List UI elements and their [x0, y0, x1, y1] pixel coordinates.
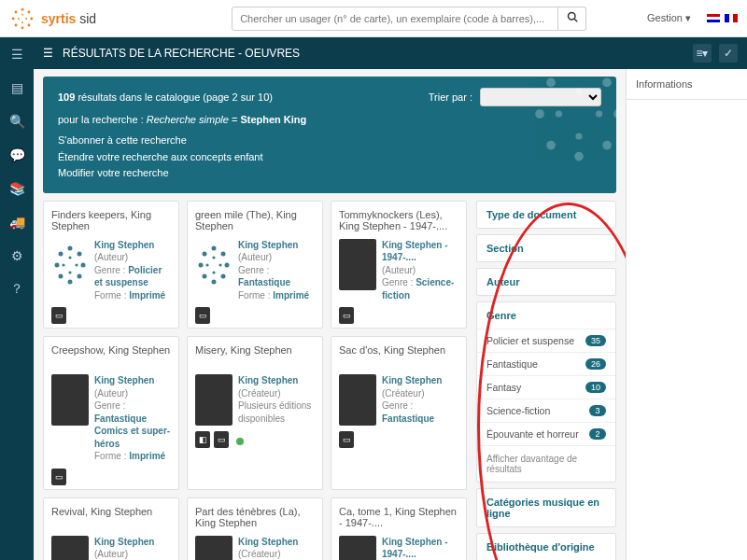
facet-count: 26 — [585, 358, 606, 370]
facet-genre-item[interactable]: Fantastique26 — [477, 352, 615, 375]
author: King Stephen - 1947-.... — [382, 536, 458, 560]
subscribe-link[interactable]: S'abonner à cette recherche — [58, 133, 601, 149]
facet-label: Policier et suspense — [486, 335, 574, 346]
svg-point-46 — [212, 256, 215, 259]
card-title: Part des ténèbres (La), King Stephen — [195, 506, 315, 530]
language-flags[interactable] — [705, 13, 738, 24]
hamburger-icon[interactable]: ☰ — [43, 47, 53, 60]
format-icon: ▭ — [51, 469, 66, 485]
thumbnail — [51, 536, 89, 560]
result-card[interactable]: Sac d'os, King StephenKing Stephen(Créat… — [331, 336, 467, 490]
facet-label: Fantasy — [486, 382, 521, 393]
card-title: Tommyknockers (Les), King Stephen - 1947… — [339, 209, 458, 233]
result-card[interactable]: Finders keepers, King StephenKing Stephe… — [43, 201, 179, 329]
facet-type-document[interactable]: Type de document — [477, 202, 615, 228]
svg-point-28 — [81, 262, 86, 267]
thumbnail — [51, 374, 89, 426]
gear-icon[interactable]: ⚙ — [0, 239, 34, 273]
card-title: Sac d'os, King Stephen — [339, 344, 458, 369]
result-card[interactable]: green mile (The), King StephenKing Steph… — [187, 201, 323, 329]
facet-auteur[interactable]: Auteur — [477, 269, 615, 295]
library-icon[interactable]: 📚 — [0, 172, 34, 205]
svg-point-21 — [546, 78, 556, 88]
modify-link[interactable]: Modifier votre recherche — [58, 165, 601, 182]
svg-point-32 — [55, 262, 60, 267]
card-meta: King Stephen(Créateur)Genre : Fantastiqu… — [382, 374, 458, 426]
facet-genre-item[interactable]: Policier et suspense35 — [477, 329, 615, 352]
facet-section[interactable]: Section — [477, 235, 615, 261]
facet-genre-item[interactable]: Science-fiction3 — [477, 399, 615, 422]
card-footer: ▭ — [339, 431, 458, 448]
svg-point-44 — [199, 262, 204, 267]
facet-genre-more[interactable]: Afficher davantage de résultats — [477, 445, 615, 482]
facet-count: 35 — [585, 335, 606, 346]
truck-icon[interactable]: 🚚 — [0, 205, 34, 239]
info-tab[interactable]: Informations — [627, 69, 747, 100]
svg-point-31 — [59, 273, 63, 278]
role: (Auteur) — [94, 251, 171, 264]
facet-cat-musique[interactable]: Catégories musique en ligne — [477, 489, 615, 526]
logo-icon — [9, 6, 35, 32]
topbar: syrtis sid Gestion ▾ — [0, 0, 747, 37]
card-meta: King Stephen(Auteur)Genre : FantastiqueF… — [238, 239, 315, 302]
card-meta: King Stephen(Créateur) — [238, 536, 298, 560]
svg-point-12 — [568, 13, 575, 21]
author: King Stephen — [238, 374, 315, 387]
card-meta: King Stephen - 1947-....(Auteur)Genre : … — [382, 239, 458, 302]
svg-point-9 — [25, 18, 27, 20]
result-card[interactable]: Ca, tome 1, King Stephen - 1947-....King… — [331, 497, 467, 560]
global-search — [232, 7, 586, 31]
logo-text: syrtis sid — [41, 11, 96, 26]
search-links: S'abonner à cette recherche Étendre votr… — [58, 133, 601, 182]
svg-point-34 — [68, 256, 71, 259]
results-grid: Finders keepers, King StephenKing Stephe… — [43, 201, 467, 560]
card-meta: King Stephen(Auteur)Genre : Policier et … — [94, 239, 171, 302]
document-icon[interactable]: ▤ — [0, 71, 34, 105]
result-card[interactable]: Creepshow, King StephenKing Stephen(Aute… — [43, 336, 179, 490]
flag-en-icon[interactable] — [707, 14, 720, 22]
check-icon[interactable]: ✓ — [719, 44, 738, 63]
facet-label: Fantastique — [486, 358, 538, 370]
card-meta: King Stephen(Auteur) — [94, 536, 154, 560]
search-nav-icon[interactable]: 🔍 — [0, 105, 34, 138]
gestion-menu[interactable]: Gestion ▾ — [647, 12, 691, 24]
svg-point-42 — [212, 279, 217, 284]
thumbnail — [195, 536, 233, 560]
svg-point-17 — [602, 141, 612, 150]
sort-label: Trier par : — [429, 91, 472, 103]
thumbnail — [339, 239, 376, 290]
flag-fr-icon[interactable] — [725, 14, 738, 22]
top-right: Gestion ▾ — [647, 12, 738, 24]
search-input[interactable] — [232, 7, 558, 31]
facet-genre[interactable]: Genre — [477, 302, 615, 329]
svg-point-24 — [575, 133, 582, 139]
svg-point-0 — [21, 7, 24, 10]
help-icon[interactable]: ？ — [0, 273, 34, 306]
result-card[interactable]: Tommyknockers (Les), King Stephen - 1947… — [331, 201, 467, 329]
svg-point-36 — [68, 271, 71, 273]
list-view-icon[interactable]: ≡▾ — [693, 44, 712, 63]
author: King Stephen — [238, 239, 315, 252]
logo[interactable]: syrtis sid — [9, 6, 96, 32]
card-title: Finders keepers, King Stephen — [51, 209, 171, 233]
svg-line-13 — [574, 19, 577, 21]
card-title: Creepshow, King Stephen — [51, 344, 171, 369]
card-title: green mile (The), King Stephen — [195, 209, 315, 233]
result-card[interactable]: Revival, King StephenKing Stephen(Auteur… — [43, 497, 179, 560]
extend-link[interactable]: Étendre votre recherche aux concepts enf… — [58, 149, 601, 166]
result-card[interactable]: Part des ténèbres (La), King StephenKing… — [187, 497, 323, 560]
role: (Auteur) — [238, 251, 315, 264]
facet-genre-item[interactable]: Fantasy10 — [477, 375, 615, 399]
svg-point-22 — [575, 88, 582, 94]
search-button[interactable] — [558, 7, 586, 31]
author: King Stephen — [94, 239, 171, 252]
result-card[interactable]: Misery, King StephenKing Stephen(Créateu… — [187, 336, 323, 490]
svg-point-30 — [68, 279, 73, 284]
menu-icon[interactable]: ☰ — [0, 37, 34, 71]
svg-point-18 — [574, 152, 584, 161]
comment-icon[interactable]: 💬 — [0, 138, 34, 172]
svg-point-35 — [75, 263, 78, 266]
svg-point-40 — [225, 262, 230, 267]
facet-biblio[interactable]: Bibliothèque d'origine — [477, 534, 615, 560]
facet-genre-item[interactable]: Épouvante et horreur2 — [477, 422, 615, 445]
